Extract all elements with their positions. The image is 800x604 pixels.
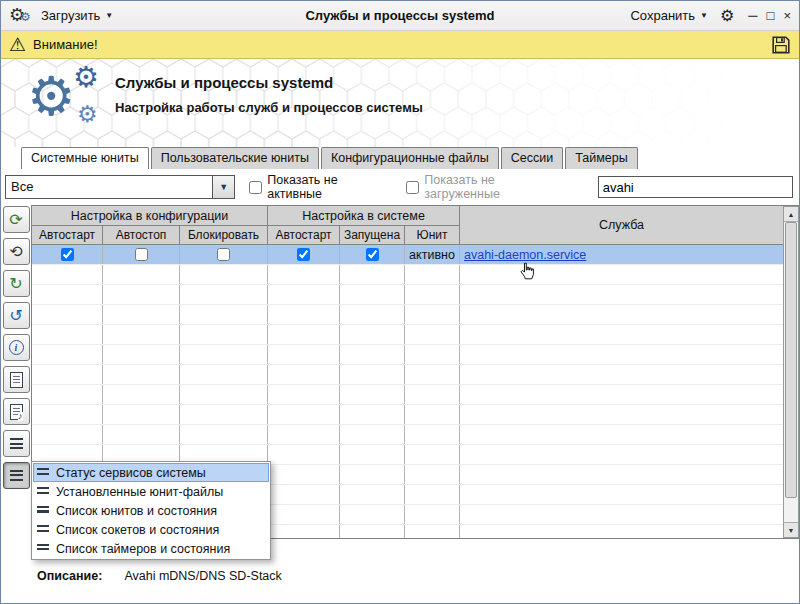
context-menu: Статус сервисов системы Установленные юн… xyxy=(31,461,271,560)
refresh-button[interactable]: ⟳ xyxy=(3,206,30,233)
menu-item-service-status[interactable]: Статус сервисов системы xyxy=(33,463,269,482)
menu-item-sockets-list[interactable]: Список сокетов и состояния xyxy=(33,520,269,539)
header-banner: ⚙ ⚙ ⚙ Службы и процессы systemd Настройк… xyxy=(1,59,799,147)
warning-banner: ⚠ Внимание! xyxy=(1,31,799,59)
table-row[interactable] xyxy=(32,405,783,425)
col-header-block: Блокировать xyxy=(180,226,268,245)
group-header-system: Настройка в системе xyxy=(268,206,460,226)
table-row[interactable] xyxy=(32,285,783,305)
save-button[interactable]: Сохранить ▼ xyxy=(630,8,708,23)
app-logo-gears: ⚙ ⚙ ⚙ xyxy=(27,67,111,139)
menu-list-icon xyxy=(37,468,49,477)
tab-sessions[interactable]: Сессии xyxy=(501,147,563,169)
scroll-track[interactable] xyxy=(784,222,798,522)
app-gears-icon: ⚙ ⚙ xyxy=(9,5,33,27)
table-row[interactable] xyxy=(32,345,783,365)
search-input[interactable] xyxy=(598,176,793,198)
filter-combobox[interactable]: Все ▼ xyxy=(5,175,235,199)
window-controls: ─ □ × xyxy=(748,9,791,23)
scroll-up-button[interactable]: ▲ xyxy=(784,207,798,222)
show-inactive-checkbox[interactable]: Показать не активные xyxy=(249,173,392,201)
service-row[interactable]: активно avahi-daemon.service xyxy=(32,245,783,265)
menu-item-timers-list[interactable]: Список таймеров и состояния xyxy=(33,539,269,558)
group-header-config: Настройка в конфигурации xyxy=(32,206,268,226)
rollback-button[interactable]: ⟲ xyxy=(3,238,30,265)
menu-item-units-list[interactable]: Список юнитов и состояния xyxy=(33,501,269,520)
chevron-down-icon: ▼ xyxy=(105,11,113,20)
window-title: Службы и процессы systemd xyxy=(305,8,494,23)
info-icon: i xyxy=(9,340,24,355)
menu-list-icon xyxy=(37,525,49,534)
block-checkbox[interactable] xyxy=(217,248,230,261)
chevron-down-icon: ▼ xyxy=(219,182,228,192)
save-button-label: Сохранить xyxy=(630,8,695,23)
titlebar-right: Сохранить ▼ ⚙ ─ □ × xyxy=(630,8,791,24)
tab-timers[interactable]: Таймеры xyxy=(565,147,638,169)
banner-subtitle: Настройка работы служб и процессов систе… xyxy=(115,100,423,115)
table-row[interactable] xyxy=(32,305,783,325)
autostart-config-checkbox[interactable] xyxy=(61,248,74,261)
description-label: Описание: xyxy=(37,569,102,583)
undo-icon: ↺ xyxy=(9,308,22,324)
show-unloaded-checkbox[interactable]: Показать не загруженные xyxy=(406,173,569,201)
menu-list-icon xyxy=(37,487,49,496)
table-row[interactable] xyxy=(32,385,783,405)
list-button[interactable] xyxy=(3,430,30,457)
load-button[interactable]: Загрузить ▼ xyxy=(41,8,113,23)
maximize-button[interactable]: □ xyxy=(767,9,775,23)
description-value: Avahi mDNS/DNS SD-Stack xyxy=(124,569,281,583)
document-icon xyxy=(10,372,23,388)
tab-user-units[interactable]: Пользовательские юниты xyxy=(151,147,319,169)
cursor-hand-icon xyxy=(520,262,534,283)
table-row[interactable] xyxy=(32,265,783,285)
col-header-service: Служба xyxy=(460,206,783,245)
table-row[interactable] xyxy=(32,325,783,345)
journal-button[interactable] xyxy=(3,366,30,393)
col-header-running: Запущена xyxy=(340,226,405,245)
tab-config-files[interactable]: Конфигурационные файлы xyxy=(321,147,499,169)
warning-icon: ⚠ xyxy=(9,35,26,54)
scroll-thumb[interactable] xyxy=(785,222,797,498)
autostart-system-checkbox[interactable] xyxy=(297,248,310,261)
table-header: Настройка в конфигурации Настройка в сис… xyxy=(32,206,783,245)
show-unloaded-input[interactable] xyxy=(406,181,419,194)
warning-text: Внимание! xyxy=(33,37,98,52)
table-row[interactable] xyxy=(32,365,783,385)
show-inactive-input[interactable] xyxy=(249,181,262,194)
list-icon xyxy=(10,438,23,449)
tab-system-units[interactable]: Системные юниты xyxy=(21,147,149,169)
left-toolbar: ⟳ ⟲ ↻ ↺ i ♪ xyxy=(1,205,31,539)
menu-list-icon xyxy=(37,544,49,553)
chevron-down-icon: ▼ xyxy=(700,11,708,20)
document-note-icon: ♪ xyxy=(10,404,23,420)
close-button[interactable]: × xyxy=(783,9,791,23)
table-row[interactable] xyxy=(32,425,783,445)
refresh-icon: ⟳ xyxy=(9,212,22,228)
combobox-arrow-button[interactable]: ▼ xyxy=(212,176,234,198)
scroll-down-button[interactable]: ▼ xyxy=(784,522,798,537)
menu-list-icon xyxy=(37,506,49,515)
col-header-autostart-system: Автостарт xyxy=(268,226,340,245)
status-menu-button[interactable] xyxy=(3,462,30,489)
menu-item-installed-unit-files[interactable]: Установленные юнит-файлы xyxy=(33,482,269,501)
show-inactive-label: Показать не активные xyxy=(267,173,392,201)
col-header-autostart-config: Автостарт xyxy=(32,226,103,245)
save-file-icon[interactable] xyxy=(771,35,791,55)
minimize-button[interactable]: ─ xyxy=(748,9,757,23)
settings-gear-icon[interactable]: ⚙ xyxy=(720,8,734,24)
undo-button[interactable]: ↺ xyxy=(3,302,30,329)
running-checkbox[interactable] xyxy=(366,248,379,261)
filter-bar: Все ▼ Показать не активные Показать не з… xyxy=(1,169,799,205)
service-link[interactable]: avahi-daemon.service xyxy=(464,248,586,262)
show-unloaded-label: Показать не загруженные xyxy=(424,173,569,201)
log-file-button[interactable]: ♪ xyxy=(3,398,30,425)
restart-icon: ↻ xyxy=(9,276,22,292)
list-icon xyxy=(10,470,23,481)
info-button[interactable]: i xyxy=(3,334,30,361)
banner-title: Службы и процессы systemd xyxy=(115,74,423,91)
restart-button[interactable]: ↻ xyxy=(3,270,30,297)
col-header-autostop: Автостоп xyxy=(103,226,180,245)
autostop-checkbox[interactable] xyxy=(135,248,148,261)
vertical-scrollbar[interactable]: ▲ ▼ xyxy=(783,206,799,538)
col-header-unit: Юнит xyxy=(405,226,460,245)
